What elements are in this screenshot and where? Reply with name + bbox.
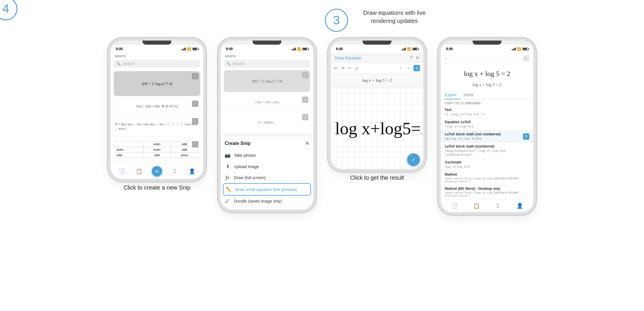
copy-button[interactable]: ⧉ (523, 133, 529, 140)
menu-item-label: Draw (full screen) (234, 175, 266, 180)
time-4: 9:00 (446, 47, 453, 51)
table-cell: even (143, 141, 171, 147)
menu-item-label: Take photos (234, 153, 256, 158)
drawing-canvas[interactable]: log x+log5=2 ✓ (331, 88, 423, 169)
item-value: $$\log x+\log 5=2$$ (445, 137, 529, 141)
menu-item-draw-small[interactable]: ✏️ Draw small equation (live preview) (223, 183, 311, 196)
app-title-2: SNIPS (225, 54, 236, 58)
item-value: \log x+\log 5=2 (445, 125, 529, 128)
more-options-button[interactable]: ··· (523, 55, 529, 61)
time-3: 9:00 (336, 47, 343, 51)
more-icon-4[interactable]: ⋮ (192, 141, 198, 148)
result-item-latex-numbered[interactable]: LaTeX block math (numbered) \begin{equat… (441, 143, 533, 159)
result-item-mathml-word[interactable]: Mathml (MS Word) - Desktop only <math xm… (441, 185, 533, 199)
dots-view-icon[interactable]: ⠿ (397, 65, 404, 71)
search-bar-2[interactable]: 🔍 Search (224, 60, 310, 68)
step-3-wrapper: 3 Draw equations with liverendering upda… (331, 12, 423, 182)
menu-item-label: Draw small equation (live preview) (235, 187, 297, 192)
grid-view-icon[interactable]: ⊞ (414, 65, 420, 71)
nav-person-icon-4[interactable]: 👤 (516, 202, 524, 210)
menu-item-label: Upload image (234, 164, 259, 169)
nav-file-icon-4[interactable]: 📄 (451, 202, 459, 210)
step-4-wrapper: 4 9:00 📶 ‹ ··· (441, 12, 533, 212)
nav-sigma-icon[interactable]: Σ (171, 167, 179, 175)
nav-sigma-icon-4[interactable]: Σ (494, 202, 502, 210)
snip-item-bg-3: A = matrix... ⋮ (224, 112, 310, 133)
section-title: COPY TO CLIPBOARD (441, 99, 533, 106)
step-2-phone: 9:00 📶 SNIPS 🔍 Search (221, 41, 313, 210)
time-2: 9:00 (226, 47, 233, 51)
more-icon-2[interactable]: ⋮ (192, 101, 198, 107)
nav-person-icon[interactable]: 👤 (188, 167, 196, 175)
nav-file-icon[interactable]: 📄 (118, 167, 126, 175)
back-button[interactable]: ‹ (445, 55, 447, 61)
table-cell: odd (116, 152, 143, 158)
result-item-text[interactable]: Text \( \log x+\log 5=2 \) (441, 106, 533, 118)
result-item-mathml[interactable]: Mathml <math xmlns="http://www.w3.org/19… (441, 171, 533, 185)
undo-icon[interactable]: ↩ (334, 66, 338, 70)
item-value: \begin{equation} \log x+\log 5=2 \end{eq… (445, 149, 529, 157)
signal-icon-4 (512, 48, 516, 50)
app-header-2: SNIPS (221, 53, 313, 60)
snip-item-2[interactable]: sⁿᵢ(t) + sⁿⱼ(t) ≥ δᵢ(t), ∀t ∈ [t⁰ᵢ, tⁿⱼ]… (114, 99, 200, 114)
bottom-nav-4: 📄 📋 Σ 👤 (441, 199, 533, 212)
more-icon-3[interactable]: ⋮ (192, 118, 198, 124)
snip-item-4[interactable]: even odd even even odd odd odd even (114, 139, 200, 160)
result-items-list: Text \( \log x+\log 5=2 \) Equation LaTe… (441, 106, 533, 199)
menu-title: Create Snip ✕ (221, 140, 313, 150)
status-bar-3: 9:00 📶 (331, 45, 423, 53)
snip-item-1[interactable]: ℓ(θ) = Σ logₚ(x⁽ⁱ⁾; θ) ⋮ (114, 71, 200, 96)
signal-icon-3 (402, 48, 406, 50)
close-draw-icon[interactable]: ✕ (416, 55, 419, 61)
status-bar-2: 9:00 📶 (221, 45, 313, 53)
search-text-2: Search (233, 61, 244, 66)
result-item-asciimath[interactable]: Asciimath log x+log 5=2 (441, 159, 533, 171)
more-icon-bg-1: ⋮ (302, 72, 308, 78)
step-1-wrapper: 1 9:00 📶 SNIPS (111, 12, 203, 192)
step-4-number: 4 (0, 0, 17, 20)
add-snip-button[interactable]: + (152, 166, 162, 177)
menu-item-doodle[interactable]: 🖊 Doodle (saves image only) (221, 196, 313, 207)
pen-icon[interactable]: ✏ (348, 66, 352, 70)
nav-pdf-icon-4[interactable]: 📋 (472, 202, 480, 210)
tab-solve[interactable]: Solve (463, 91, 477, 99)
eq3-content: A = (a₁₁ a₁₂ … a₁ₙ / a₂₁ a₂₂ … a₂ₙ / ⋮ ⋮… (115, 122, 199, 131)
menu-item-camera[interactable]: 📷 Take photos (221, 150, 313, 161)
time-1: 9:00 (116, 47, 123, 51)
snip-item-3[interactable]: A = (a₁₁ a₁₂ … a₁ₙ / a₂₁ a₂₂ … a₂ₙ / ⋮ ⋮… (114, 116, 200, 137)
tab-export[interactable]: Export (445, 91, 460, 99)
checkmark-icon: ✓ (411, 157, 416, 163)
item-label: LaTeX block math (numbered) (445, 144, 529, 148)
menu-close-icon[interactable]: ✕ (305, 140, 309, 147)
eq2-content: sⁿᵢ(t) + sⁿⱼ(t) ≥ δᵢ(t), ∀t ∈ [t⁰ᵢ, tⁿⱼ] (136, 104, 178, 108)
step-3-caption: Click to get the result (350, 174, 404, 182)
list-view-icon[interactable]: ≡ (405, 65, 412, 71)
menu-item-draw-full[interactable]: fx Draw (full screen) (221, 172, 313, 183)
app-title-1: SNIPS (115, 54, 126, 58)
nav-pdf-icon[interactable]: 📋 (135, 167, 143, 175)
camera-icon: 📷 (225, 152, 230, 158)
redo-icon[interactable]: ↪ (341, 66, 345, 70)
battery-icon-3 (412, 48, 418, 50)
item-value: <math xmlns="http://www.w3.org/1998/Math… (445, 177, 529, 183)
result-item-latex-block[interactable]: LaTeX block math (not numbered) $$\log x… (441, 130, 533, 143)
step-3-number: 3 (325, 9, 348, 32)
table-cell: even (143, 147, 171, 152)
help-icon[interactable]: ? (410, 55, 413, 61)
menu-item-upload[interactable]: ⬆ Upload image (221, 161, 313, 172)
result-item-latex[interactable]: Equation LaTeX \log x+\log 5=2 (441, 118, 533, 130)
more-icon-1[interactable]: ⋮ (192, 73, 198, 79)
item-label: LaTeX block math (not numbered) (445, 132, 529, 136)
result-tabs: Export Solve (441, 91, 533, 99)
eraser-icon[interactable]: ◇ (355, 66, 358, 70)
draw-toolbar: ↩ ↪ ✏ ◇ ⠿ ≡ ⊞ (331, 63, 423, 73)
table-cell: even (171, 152, 198, 158)
item-label: Mathml (445, 172, 529, 177)
more-icon-bg-2: ⋮ (302, 97, 308, 103)
search-bar-1[interactable]: 🔍 Search (114, 60, 200, 68)
confirm-draw-button[interactable]: ✓ (407, 153, 420, 166)
step-1-caption: Click to create a new Snip (123, 183, 190, 192)
step-3-above-text: Draw equations with liverendering update… (348, 9, 441, 25)
signal-icon-2 (292, 48, 296, 50)
item-label: Equation LaTeX (445, 120, 529, 124)
